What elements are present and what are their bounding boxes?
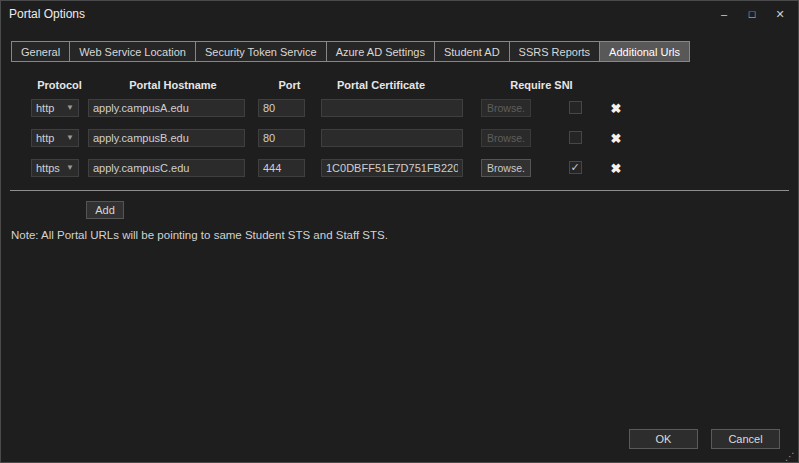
note-text: Note: All Portal URLs will be pointing t… bbox=[11, 229, 798, 241]
remove-url-button[interactable]: ✖ bbox=[611, 161, 622, 176]
cancel-button[interactable]: Cancel bbox=[711, 429, 780, 449]
additional-urls-panel: Protocol Portal Hostname Port Portal Cer… bbox=[1, 79, 798, 177]
tab-general[interactable]: General bbox=[11, 41, 70, 62]
ok-button[interactable]: OK bbox=[629, 429, 698, 449]
chevron-down-icon: ▼ bbox=[66, 104, 74, 112]
browse-button[interactable]: Browse. bbox=[481, 159, 531, 177]
protocol-dropdown[interactable]: http ▼ bbox=[31, 129, 79, 147]
browse-button: Browse. bbox=[481, 129, 531, 147]
portal-url-row: http ▼ Browse. ✖ bbox=[31, 128, 798, 147]
window-title: Portal Options bbox=[9, 7, 85, 21]
require-sni-checkbox[interactable] bbox=[569, 101, 582, 114]
chevron-down-icon: ▼ bbox=[66, 164, 74, 172]
dialog-footer: OK Cancel bbox=[629, 429, 780, 449]
protocol-value: http bbox=[36, 132, 54, 144]
portal-url-row: https ▼ Browse. ✓ ✖ bbox=[31, 158, 798, 177]
portal-hostname-input[interactable] bbox=[88, 99, 245, 117]
add-url-button[interactable]: Add bbox=[86, 201, 124, 219]
chevron-down-icon: ▼ bbox=[66, 134, 74, 142]
tab-additional-urls[interactable]: Additional Urls bbox=[599, 41, 690, 62]
tab-bar: General Web Service Location Security To… bbox=[11, 41, 798, 62]
divider bbox=[10, 190, 789, 191]
browse-button: Browse. bbox=[481, 99, 531, 117]
protocol-value: https bbox=[36, 162, 60, 174]
protocol-dropdown[interactable]: https ▼ bbox=[31, 159, 79, 177]
protocol-value: http bbox=[36, 102, 54, 114]
remove-url-button[interactable]: ✖ bbox=[611, 131, 622, 146]
portal-hostname-input[interactable] bbox=[88, 129, 245, 147]
maximize-button[interactable]: □ bbox=[746, 7, 758, 21]
header-portal-hostname: Portal Hostname bbox=[88, 79, 258, 91]
column-headers: Protocol Portal Hostname Port Portal Cer… bbox=[31, 79, 798, 91]
header-protocol: Protocol bbox=[31, 79, 88, 91]
port-input[interactable] bbox=[258, 99, 305, 117]
close-button[interactable]: ✕ bbox=[774, 7, 786, 21]
tab-ssrs-reports[interactable]: SSRS Reports bbox=[509, 41, 601, 62]
titlebar: Portal Options – □ ✕ bbox=[1, 1, 798, 25]
portal-url-row: http ▼ Browse. ✖ bbox=[31, 98, 798, 117]
port-input[interactable] bbox=[258, 129, 305, 147]
portal-certificate-input[interactable] bbox=[321, 159, 463, 177]
portal-hostname-input[interactable] bbox=[88, 159, 245, 177]
check-icon: ✓ bbox=[570, 161, 579, 174]
header-port: Port bbox=[258, 79, 321, 91]
resize-grip[interactable]: ⋰ bbox=[785, 452, 795, 462]
require-sni-checkbox[interactable]: ✓ bbox=[569, 161, 582, 174]
tab-web-service-location[interactable]: Web Service Location bbox=[69, 41, 196, 62]
port-input[interactable] bbox=[258, 159, 305, 177]
tab-azure-ad-settings[interactable]: Azure AD Settings bbox=[326, 41, 435, 62]
portal-options-window: Portal Options – □ ✕ General Web Service… bbox=[0, 0, 799, 463]
minimize-button[interactable]: – bbox=[718, 7, 730, 21]
tab-student-ad[interactable]: Student AD bbox=[434, 41, 510, 62]
window-controls: – □ ✕ bbox=[718, 7, 786, 21]
protocol-dropdown[interactable]: http ▼ bbox=[31, 99, 79, 117]
tab-security-token-service[interactable]: Security Token Service bbox=[195, 41, 327, 62]
remove-url-button[interactable]: ✖ bbox=[611, 101, 622, 116]
header-portal-certificate: Portal Certificate bbox=[321, 79, 481, 91]
portal-certificate-input[interactable] bbox=[321, 99, 463, 117]
require-sni-checkbox[interactable] bbox=[569, 131, 582, 144]
portal-certificate-input[interactable] bbox=[321, 129, 463, 147]
header-require-sni: Require SNI bbox=[481, 79, 582, 91]
